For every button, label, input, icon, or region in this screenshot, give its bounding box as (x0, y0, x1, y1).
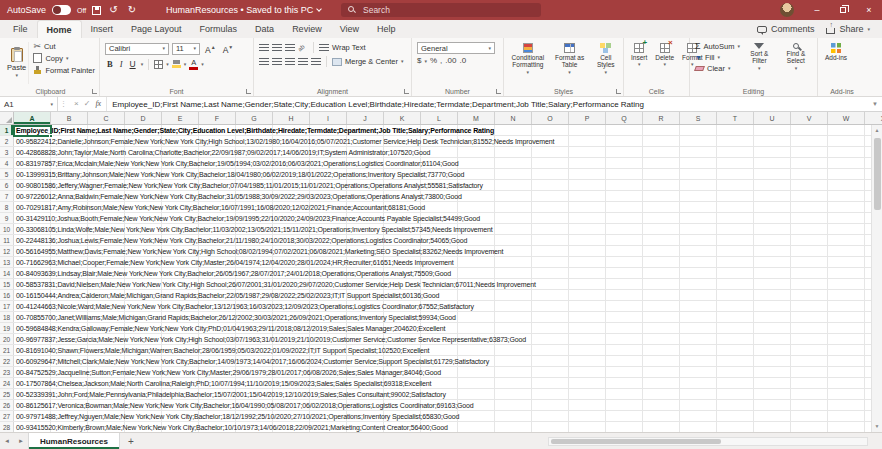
column-header-T[interactable]: T (717, 112, 754, 124)
autosave-toggle[interactable] (52, 5, 71, 15)
increase-decimal-icon[interactable]: .00 (445, 57, 456, 65)
share-button[interactable]: Share ▾ (826, 24, 870, 34)
cell-text[interactable]: 00-33068105;Linda;Wolfe;Male;New York;Ne… (14, 224, 882, 234)
cell-text[interactable]: 00-17507864;Chelsea;Jackson;Male;North C… (14, 378, 882, 388)
column-header-V[interactable]: V (791, 112, 828, 124)
redo-button[interactable]: ↻ (126, 5, 138, 15)
cell-text[interactable]: 00-59684848;Kendra;Galloway;Female;New Y… (14, 323, 882, 333)
align-center-icon[interactable] (272, 58, 282, 66)
column-header-G[interactable]: G (236, 112, 273, 124)
undo-button[interactable]: ↺ (107, 5, 119, 15)
align-left-icon[interactable] (259, 58, 269, 66)
decrease-indent-icon[interactable] (298, 58, 308, 66)
column-header-N[interactable]: N (495, 112, 532, 124)
cell-text[interactable]: 00-31429110;Joshua;Booth;Female;New York… (14, 213, 882, 223)
column-header-S[interactable]: S (680, 112, 717, 124)
cell-text[interactable]: 00-81691040;Shawn;Flowers;Male;Michigan;… (14, 345, 882, 355)
font-color-button[interactable]: A (189, 59, 198, 70)
cell-text[interactable]: 00-52339391;John;Ford;Male;Pennsylvania;… (14, 389, 882, 399)
column-header-H[interactable]: H (273, 112, 310, 124)
row-header-1[interactable]: 1 (0, 125, 14, 135)
cell-text[interactable]: 00-42868828;John;Taylor;Male;North Carol… (14, 147, 882, 157)
vertical-scrollbar[interactable]: ▲ ▼ (871, 125, 882, 432)
row-header-18[interactable]: 18 (0, 312, 14, 322)
orientation-icon[interactable] (298, 43, 308, 52)
cell-text[interactable]: 00-84093639;Lindsay;Blair;Male;New York;… (14, 268, 882, 278)
formula-bar-handle[interactable]: ⋮ (58, 97, 69, 111)
formula-bar-expand-icon[interactable]: ▼ (868, 97, 882, 111)
sheet-nav-next-icon[interactable]: ► (14, 433, 28, 449)
clear-button[interactable]: Clear▾ (695, 64, 740, 73)
row-header-27[interactable]: 27 (0, 411, 14, 421)
row-header-22[interactable]: 22 (0, 356, 14, 366)
format-as-table-button[interactable]: Format as Table ▾ (551, 42, 589, 84)
increase-indent-icon[interactable] (311, 58, 321, 66)
row-header-11[interactable]: 11 (0, 235, 14, 245)
column-header-R[interactable]: R (643, 112, 680, 124)
row-header-4[interactable]: 4 (0, 158, 14, 168)
row-header-7[interactable]: 7 (0, 191, 14, 201)
sheet-tab-humanresources[interactable]: HumanResources (28, 433, 120, 449)
cell-text[interactable]: 00-22448136;Joshua;Lewis;Female;New York… (14, 235, 882, 245)
column-header-C[interactable]: C (88, 112, 125, 124)
align-right-icon[interactable] (285, 58, 295, 66)
increase-font-size-button[interactable]: A▲ (203, 42, 218, 56)
add-ins-button[interactable]: Add-ins (823, 42, 849, 84)
horizontal-scrollbar[interactable] (548, 437, 868, 446)
column-header-X[interactable]: X (865, 112, 882, 124)
avatar[interactable] (780, 3, 794, 17)
cancel-icon[interactable]: × (74, 100, 79, 108)
row-header-23[interactable]: 23 (0, 367, 14, 377)
tab-home[interactable]: Home (37, 20, 82, 38)
cell-text[interactable]: 00-93415520;Kimberly;Brown;Male;New York… (14, 422, 882, 432)
styles-dialog-launcher-icon[interactable] (616, 89, 621, 94)
tab-formulas[interactable]: Formulas (191, 20, 247, 38)
row-header-28[interactable]: 28 (0, 422, 14, 432)
cell-text[interactable]: 00-70855700;Janet;Williams;Male;Michigan… (14, 312, 882, 322)
number-format-select[interactable]: General▾ (417, 42, 495, 54)
restore-button[interactable] (830, 0, 856, 20)
clipboard-dialog-launcher-icon[interactable] (92, 89, 97, 94)
column-header-J[interactable]: J (347, 112, 384, 124)
wrap-text-button[interactable]: Wrap Text (332, 43, 366, 52)
insert-function-icon[interactable]: fx (95, 100, 101, 108)
column-header-D[interactable]: D (125, 112, 162, 124)
insert-cells-button[interactable]: Insert ▾ (629, 42, 649, 84)
column-header-O[interactable]: O (532, 112, 569, 124)
underline-button[interactable]: U (128, 59, 138, 70)
column-header-K[interactable]: K (384, 112, 421, 124)
tab-page-layout[interactable]: Page Layout (122, 20, 191, 38)
percent-style-icon[interactable]: % (430, 57, 437, 65)
cell-text[interactable]: 00-70291817;Amy;Robinson;Male;New York;N… (14, 202, 882, 212)
row-header-20[interactable]: 20 (0, 334, 14, 344)
cell-text[interactable]: 00-41244663;Nicole;Ward;Male;New York;Ne… (14, 301, 882, 311)
fill-color-button[interactable] (172, 60, 181, 68)
row-header-26[interactable]: 26 (0, 400, 14, 410)
tab-help[interactable]: Help (368, 20, 405, 38)
row-header-9[interactable]: 9 (0, 213, 14, 223)
enter-icon[interactable]: ✓ (84, 100, 91, 108)
column-header-E[interactable]: E (162, 112, 199, 124)
row-header-13[interactable]: 13 (0, 257, 14, 267)
column-header-W[interactable]: W (828, 112, 865, 124)
cell-text[interactable]: 00-90801586;Jeffery;Wagner;Female;New Yo… (14, 180, 882, 190)
column-header-F[interactable]: F (199, 112, 236, 124)
sort-filter-button[interactable]: Sort & Filter ▾ (744, 42, 775, 84)
row-header-8[interactable]: 8 (0, 202, 14, 212)
font-name-select[interactable]: Calibri▾ (105, 43, 169, 55)
row-header-6[interactable]: 6 (0, 180, 14, 190)
row-header-21[interactable]: 21 (0, 345, 14, 355)
conditional-formatting-button[interactable]: Conditional Formatting ▾ (509, 42, 547, 84)
column-header-Q[interactable]: Q (606, 112, 643, 124)
row-header-15[interactable]: 15 (0, 279, 14, 289)
select-all-button[interactable] (0, 112, 14, 124)
row-header-2[interactable]: 2 (0, 136, 14, 146)
cell-text[interactable]: 00-16150444;Andrea;Calderon;Male;Michiga… (14, 290, 882, 300)
cell-text[interactable]: 00-96977837;Jesse;Garcia;Male;New York;N… (14, 334, 882, 344)
paste-button[interactable]: Paste ▾ (7, 42, 29, 84)
column-header-A[interactable]: A (14, 112, 51, 124)
decrease-decimal-icon[interactable]: .0 (459, 57, 466, 65)
formula-input[interactable]: Employee_ID;First Name;Last Name;Gender;… (107, 97, 868, 111)
decrease-font-size-button[interactable]: A▼ (221, 42, 236, 56)
comma-style-icon[interactable]: , (440, 57, 442, 65)
